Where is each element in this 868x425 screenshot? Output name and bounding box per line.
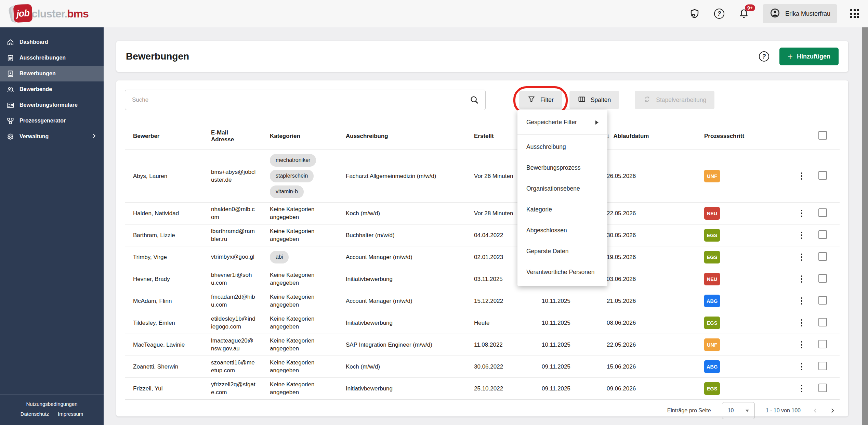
cell-bewerber: McAdam, Flinn (125, 298, 203, 305)
row-menu-button[interactable] (797, 384, 807, 394)
row-checkbox[interactable] (818, 208, 827, 217)
link-datenschutz[interactable]: Datenschutz (21, 409, 49, 419)
notifications-bell-icon[interactable]: 9+ (738, 8, 750, 20)
add-button[interactable]: + Hinzufügen (779, 48, 839, 65)
submenu-arrow-icon (595, 120, 599, 125)
row-menu-button[interactable] (797, 362, 807, 372)
col-ablaufdatum[interactable]: ↓ Ablaufdatum (599, 132, 696, 140)
row-checkbox[interactable] (818, 384, 827, 392)
table-row: Tildesley, Emlen etildesley1b@indiegogo.… (125, 312, 840, 334)
applications-card: Filter Spalten Stapelverarbeitung Gespei… (116, 80, 848, 416)
link-impressum[interactable]: Impressum (58, 409, 83, 419)
cell-ausschreibung: Account Manager (m/w/d) (338, 298, 466, 305)
search-input[interactable] (125, 90, 486, 110)
row-checkbox[interactable] (818, 362, 827, 370)
cell-bewerber: Barthram, Lizzie (125, 232, 203, 239)
prozessschritt-badge: UNF (704, 338, 720, 351)
page-size-select[interactable]: 10 (722, 402, 755, 419)
select-all-checkbox[interactable] (818, 131, 827, 140)
prozessschritt-badge: ABG (704, 295, 720, 307)
row-menu-button[interactable] (797, 296, 807, 306)
link-nutzungsbedingungen[interactable]: Nutzungsbedingungen (26, 401, 77, 407)
cell-kategorien: Keine Kategorien angegeben (262, 337, 338, 352)
applications-table: Bewerber E-Mail Adresse Kategorien Aussc… (125, 123, 840, 400)
cell-ausschreibung: Account Manager (m/w/d) (338, 254, 466, 261)
cell-ablaufdatum: 22.05.2026 (599, 210, 696, 217)
cell-ablaufdatum: 03.06.2026 (599, 276, 696, 283)
user-name: Erika Musterfrau (785, 10, 830, 17)
admin-shield-icon[interactable] (689, 8, 700, 20)
row-menu-button[interactable] (797, 171, 807, 181)
row-checkbox[interactable] (818, 274, 827, 283)
user-menu[interactable]: Erika Musterfrau (763, 4, 837, 23)
menu-item-geparste-daten[interactable]: Geparste Daten (517, 241, 607, 262)
row-menu-button[interactable] (797, 340, 807, 350)
row-checkbox[interactable] (818, 252, 827, 261)
scrollbar[interactable] (862, 27, 868, 425)
sidebar-item-ausschreibungen[interactable]: Ausschreibungen (0, 50, 104, 66)
contact-card-icon (6, 101, 14, 109)
cell-bewerber: MacTeague, Lavinie (125, 342, 203, 348)
cell-bewerber: Halden, Natividad (125, 210, 203, 217)
prozessschritt-badge: UNF (704, 170, 720, 182)
columns-button[interactable]: Spalten (569, 91, 619, 109)
table-row: Zoanetti, Sherwin szoanetti16@meetup.com… (125, 356, 840, 378)
apps-grid-icon[interactable] (850, 9, 859, 18)
filter-button[interactable]: Filter (519, 91, 562, 109)
menu-item-ausschreibung[interactable]: Ausschreibung (517, 137, 607, 157)
cell-email: lmacteague20@nsw.gov.au (203, 337, 262, 352)
row-checkbox[interactable] (818, 318, 827, 326)
kategorie-chip: staplerschein (270, 170, 314, 182)
cell-kategorien: Keine Kategorien angegeben (262, 359, 338, 374)
logo-icon: job (9, 3, 33, 24)
row-checkbox[interactable] (818, 296, 827, 305)
logo-cluster-text: cluster (31, 8, 64, 20)
table-row: Trimby, Virge vtrimbyx@goo.gl abi Accoun… (125, 246, 840, 268)
sidebar-footer: Nutzungsbedingungen Datenschutz Impressu… (0, 394, 104, 425)
row-checkbox[interactable] (818, 230, 827, 239)
sidebar-item-bewerbungsformulare[interactable]: Bewerbungsformulare (0, 97, 104, 113)
cell-ablaufdatum: 19.05.2026 (599, 254, 696, 261)
menu-item-kategorie[interactable]: Kategorie (517, 199, 607, 220)
col-ausschreibung[interactable]: Ausschreibung (338, 133, 466, 140)
col-bewerber[interactable]: Bewerber (125, 133, 203, 140)
col-prozessschritt[interactable]: Prozessschritt (696, 133, 792, 140)
menu-item-gespeicherte-filter[interactable]: Gespeicherte Filter (517, 112, 607, 133)
menu-item-bewerbungsprozess[interactable]: Bewerbungsprozess (517, 157, 607, 178)
col-email[interactable]: E-Mail Adresse (203, 129, 262, 143)
menu-item-verantwortliche-personen[interactable]: Verantwortliche Personen (517, 262, 607, 283)
cell-ausschreibung: Initiativbewerbung (338, 320, 466, 326)
prozessschritt-badge: ABG (704, 360, 720, 373)
cell-bewerber: Zoanetti, Sherwin (125, 363, 203, 370)
page-title: Bewerbungen (126, 51, 189, 62)
row-menu-button[interactable] (797, 274, 807, 284)
cell-geaendert: 10.11.2025 (534, 298, 599, 305)
chevron-right-icon (91, 132, 97, 141)
cell-ablaufdatum: 15.06.2026 (599, 363, 696, 370)
row-checkbox[interactable] (818, 171, 827, 180)
sidebar-item-bewerbende[interactable]: Bewerbende (0, 81, 104, 97)
table-row: Barthram, Lizzie lbarthramd@rambler.ru K… (125, 224, 840, 246)
cell-kategorien: Keine Kategorien angegeben (262, 206, 338, 221)
row-checkbox[interactable] (818, 340, 827, 348)
filter-annotation: Filter (519, 91, 562, 109)
sidebar-item-prozessgenerator[interactable]: Prozessgenerator (0, 113, 104, 129)
notification-badge: 9+ (745, 4, 755, 11)
sidebar-item-verwaltung[interactable]: Verwaltung (0, 129, 104, 144)
row-menu-button[interactable] (797, 252, 807, 262)
columns-icon (578, 95, 586, 105)
cell-email: yfrizzell2q@sfgate.com (203, 381, 262, 396)
next-page-button[interactable] (829, 407, 836, 414)
menu-item-abgeschlossen[interactable]: Abgeschlossen (517, 220, 607, 241)
row-menu-button[interactable] (797, 318, 807, 328)
page-help-icon[interactable]: ? (759, 51, 769, 62)
row-menu-button[interactable] (797, 230, 807, 241)
row-menu-button[interactable] (797, 208, 807, 219)
help-icon[interactable]: ? (713, 8, 725, 20)
gear-icon (6, 132, 14, 141)
cell-kategorien: mechatronikerstaplerscheinvitamin-b (262, 150, 338, 202)
sidebar-item-dashboard[interactable]: Dashboard (0, 34, 104, 50)
menu-item-organisationsebene[interactable]: Organisationsebene (517, 178, 607, 199)
col-kategorien[interactable]: Kategorien (262, 133, 338, 140)
sidebar-item-bewerbungen[interactable]: Bewerbungen (0, 66, 104, 81)
